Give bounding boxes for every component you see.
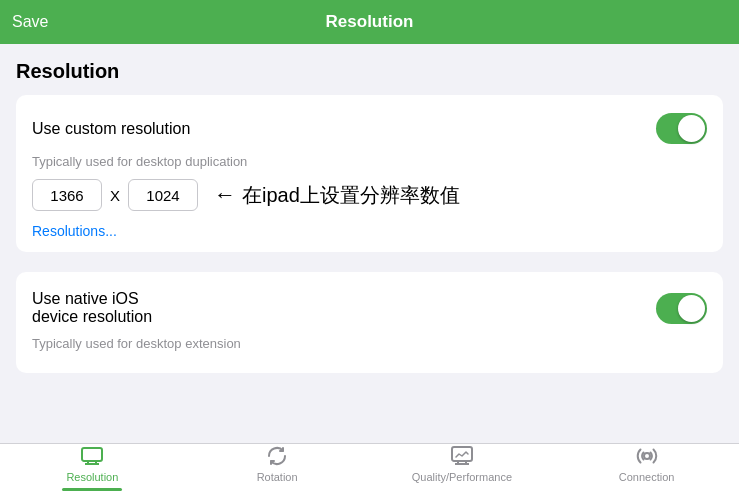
resolution-tab-icon: [80, 444, 104, 468]
resolution-tab-indicator: [62, 488, 122, 491]
native-resolution-toggle[interactable]: [656, 293, 707, 324]
tab-rotation[interactable]: Rotation: [185, 444, 370, 483]
resolutions-link[interactable]: Resolutions...: [32, 223, 117, 239]
tab-resolution[interactable]: Resolution: [0, 444, 185, 491]
resolution-separator: X: [110, 187, 120, 204]
custom-resolution-toggle[interactable]: [656, 113, 707, 144]
top-navigation-bar: Save Resolution: [0, 0, 739, 44]
arrow-description-text: 在ipad上设置分辨率数值: [242, 182, 460, 209]
main-content: Resolution Use custom resolution Typical…: [0, 44, 739, 443]
tab-row: Resolution Rotation: [0, 444, 739, 500]
rotation-tab-label: Rotation: [257, 471, 298, 483]
native-resolution-row: Use native iOSdevice resolution: [32, 284, 707, 332]
native-resolution-description: Typically used for desktop extension: [32, 336, 707, 351]
resolution-inputs-row: X ← 在ipad上设置分辨率数值: [32, 179, 707, 211]
quality-tab-label: Quality/Performance: [412, 471, 512, 483]
rotation-tab-icon: [265, 444, 289, 468]
quality-tab-icon: [450, 444, 474, 468]
resolution-height-input[interactable]: [128, 179, 198, 211]
connection-tab-icon: [635, 444, 659, 468]
custom-resolution-card: Use custom resolution Typically used for…: [16, 95, 723, 252]
save-button[interactable]: Save: [12, 13, 48, 31]
svg-point-8: [644, 453, 650, 459]
custom-resolution-label: Use custom resolution: [32, 120, 190, 138]
section-title: Resolution: [16, 60, 723, 83]
resolution-arrow-label: ← 在ipad上设置分辨率数值: [214, 182, 460, 209]
custom-resolution-description: Typically used for desktop duplication: [32, 154, 707, 169]
tab-quality[interactable]: Quality/Performance: [370, 444, 555, 483]
svg-rect-0: [82, 448, 102, 461]
resolution-width-input[interactable]: [32, 179, 102, 211]
connection-tab-label: Connection: [619, 471, 675, 483]
native-resolution-label: Use native iOSdevice resolution: [32, 290, 152, 326]
svg-rect-4: [452, 447, 472, 461]
native-resolution-card: Use native iOSdevice resolution Typicall…: [16, 272, 723, 373]
arrow-icon: ←: [214, 182, 236, 208]
resolution-tab-label: Resolution: [66, 471, 118, 483]
bottom-tab-bar: Resolution Rotation: [0, 443, 739, 500]
custom-resolution-row: Use custom resolution: [32, 107, 707, 150]
page-title: Resolution: [326, 12, 414, 32]
tab-connection[interactable]: Connection: [554, 444, 739, 483]
